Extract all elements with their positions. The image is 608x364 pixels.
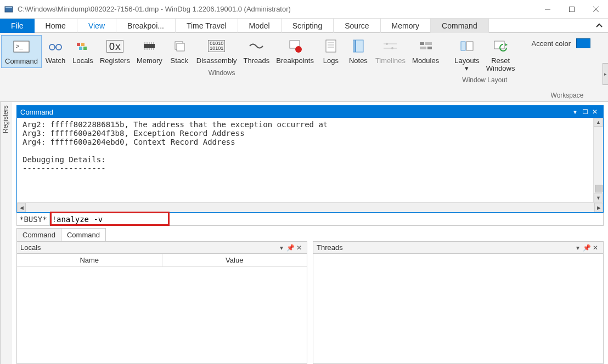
layouts-icon: [458, 37, 476, 55]
ribbon-collapse-button[interactable]: [590, 19, 608, 32]
ribbon-modules-button[interactable]: Modules: [409, 35, 442, 68]
close-panel-icon[interactable]: ✕: [590, 108, 600, 116]
tab-command[interactable]: Command: [431, 19, 489, 33]
minimize-button[interactable]: [536, 0, 560, 19]
svg-point-29: [295, 46, 302, 53]
tab-breakpoints[interactable]: Breakpoi...: [116, 19, 176, 33]
scroll-thumb[interactable]: [595, 185, 603, 192]
ribbon-label: Layouts ▾: [454, 57, 480, 73]
ribbon-memory-button[interactable]: Memory: [133, 35, 166, 68]
ribbon-disassembly-button[interactable]: 0101010101 Disassembly: [193, 35, 240, 68]
ribbon-label: Breakpoints: [276, 57, 314, 65]
svg-rect-35: [354, 40, 356, 52]
side-tab-registers[interactable]: Registers: [0, 102, 12, 364]
ribbon-label: Modules: [412, 57, 439, 65]
command-window: Command ▾ ☐ ✕ Arg2: fffff8022886815b, Th…: [16, 105, 604, 213]
locals-panel-header[interactable]: Locals ▾ 📌 ✕: [17, 242, 307, 254]
breakpoint-icon: [286, 37, 304, 55]
accent-color-swatch[interactable]: [576, 38, 590, 48]
dropdown-icon[interactable]: ▾: [573, 244, 582, 252]
ribbon-locals-button[interactable]: Locals: [69, 35, 97, 68]
ribbon-watch-button[interactable]: Watch: [42, 35, 69, 68]
command-input[interactable]: [50, 215, 603, 224]
dock-tab-command-2[interactable]: Command: [61, 228, 106, 241]
app-icon: [4, 5, 13, 14]
ribbon-label: Stack: [171, 57, 189, 65]
threads-panel-header[interactable]: Threads ▾ 📌 ✕: [313, 242, 603, 254]
tab-scripting[interactable]: Scripting: [282, 19, 334, 33]
locals-col-name[interactable]: Name: [17, 254, 162, 266]
tab-source[interactable]: Source: [334, 19, 380, 33]
command-window-titlebar[interactable]: Command ▾ ☐ ✕: [17, 106, 603, 118]
tab-model[interactable]: Model: [238, 19, 282, 33]
ribbon-label: Locals: [72, 57, 93, 65]
ribbon-label: Reset Windows: [486, 57, 515, 73]
ribbon-registers-button[interactable]: Ox Registers: [97, 35, 133, 68]
svg-rect-30: [326, 40, 336, 52]
svg-rect-1: [5, 7, 12, 8]
ribbon-label: Disassembly: [196, 57, 237, 65]
glasses-icon: [47, 37, 64, 55]
maximize-button[interactable]: [560, 0, 584, 19]
blocks-icon: [74, 37, 92, 55]
dock-tab-command-1[interactable]: Command: [16, 228, 61, 241]
ribbon-breakpoints-button[interactable]: Breakpoints: [273, 35, 317, 68]
dock-tabstrip: Command Command: [16, 228, 604, 241]
svg-rect-40: [420, 42, 424, 45]
tab-file[interactable]: File: [0, 19, 35, 33]
locals-col-value[interactable]: Value: [162, 254, 307, 266]
workspace: Registers Command ▾ ☐ ✕ Arg2: fffff80228…: [0, 102, 608, 364]
ribbon-layouts-button[interactable]: Layouts ▾: [451, 35, 483, 75]
ox-icon: Ox: [106, 37, 123, 55]
dropdown-icon[interactable]: ▾: [570, 108, 580, 116]
vertical-scrollbar[interactable]: ▲ ▼: [593, 118, 603, 202]
svg-rect-3: [570, 7, 575, 12]
ribbon: >_ Command Watch Locals Ox Registers Mem…: [0, 33, 608, 102]
maximize-panel-icon[interactable]: ☐: [580, 108, 590, 116]
command-input-row: *BUSY*: [16, 213, 604, 226]
ribbon-reset-windows-button[interactable]: Reset Windows: [483, 35, 519, 75]
title-bar: C:\Windows\Minidump\082022-7156-01.dmp -…: [0, 0, 608, 19]
thread-icon: [247, 37, 265, 55]
scroll-left-icon[interactable]: ◀: [17, 203, 26, 212]
chip-icon: [140, 37, 158, 55]
close-panel-icon[interactable]: ✕: [295, 244, 303, 252]
ribbon-notes-button[interactable]: Notes: [345, 35, 372, 68]
ribbon-threads-button[interactable]: Threads: [240, 35, 273, 68]
scroll-right-icon[interactable]: ▶: [594, 203, 603, 212]
right-edge-handle[interactable]: ▸: [603, 63, 608, 85]
close-button[interactable]: [584, 0, 608, 19]
ribbon-label: Notes: [349, 57, 368, 65]
notes-icon: [350, 37, 367, 55]
ribbon-group-workspace: Accent color: [526, 33, 608, 48]
tab-view[interactable]: View: [77, 19, 116, 33]
tab-time-travel[interactable]: Time Travel: [176, 19, 238, 33]
svg-point-8: [49, 44, 55, 50]
svg-rect-45: [466, 42, 473, 50]
horizontal-scrollbar[interactable]: ◀ ▶: [17, 202, 603, 212]
locals-panel-title: Locals: [20, 243, 41, 252]
svg-point-38: [386, 43, 388, 45]
pin-icon[interactable]: 📌: [286, 244, 295, 252]
svg-rect-14: [83, 47, 87, 50]
close-panel-icon[interactable]: ✕: [591, 244, 600, 252]
ribbon-command-button[interactable]: >_ Command: [1, 35, 42, 68]
svg-rect-42: [420, 47, 426, 49]
ribbon-group-windows: >_ Command Watch Locals Ox Registers Mem…: [0, 33, 443, 68]
svg-text:>_: >_: [16, 43, 23, 49]
terminal-icon: >_: [13, 38, 30, 55]
ribbon-label: Timelines: [375, 57, 406, 65]
dropdown-icon[interactable]: ▾: [277, 244, 286, 252]
reset-icon: [492, 37, 509, 55]
tab-memory[interactable]: Memory: [381, 19, 431, 33]
tab-home[interactable]: Home: [35, 19, 77, 33]
main-area: Command ▾ ☐ ✕ Arg2: fffff8022886815b, Th…: [12, 102, 608, 364]
binary-icon: 0101010101: [208, 37, 226, 55]
scroll-up-icon[interactable]: ▲: [594, 118, 603, 127]
ribbon-logs-button[interactable]: Logs: [317, 35, 345, 68]
command-output[interactable]: Arg2: fffff8022886815b, The address that…: [17, 118, 593, 202]
scroll-down-icon[interactable]: ▼: [594, 194, 603, 202]
pin-icon[interactable]: 📌: [582, 244, 591, 252]
ribbon-label: Watch: [46, 57, 65, 65]
ribbon-stack-button[interactable]: Stack: [166, 35, 193, 68]
